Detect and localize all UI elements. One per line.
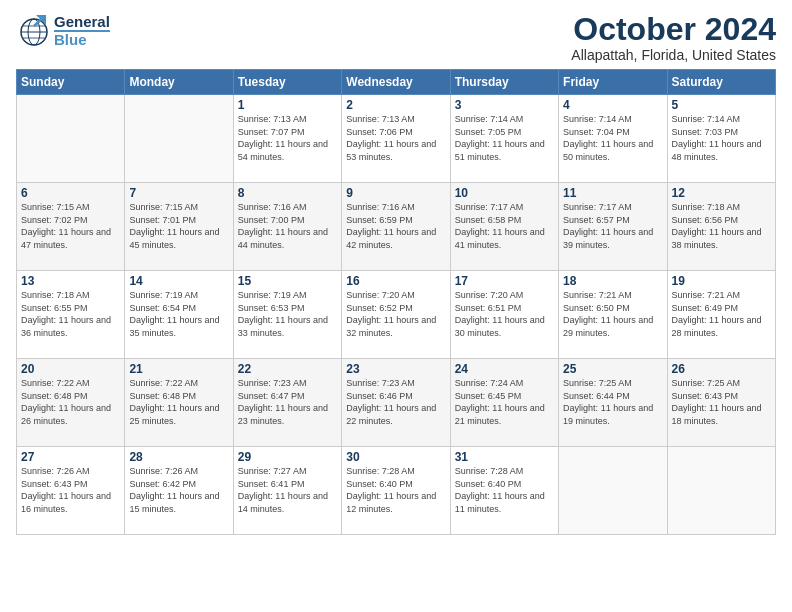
day-number: 8	[238, 186, 337, 200]
day-cell: 18Sunrise: 7:21 AMSunset: 6:50 PMDayligh…	[559, 271, 667, 359]
day-cell: 10Sunrise: 7:17 AMSunset: 6:58 PMDayligh…	[450, 183, 558, 271]
day-cell: 5Sunrise: 7:14 AMSunset: 7:03 PMDaylight…	[667, 95, 775, 183]
logo-text: General Blue	[54, 14, 110, 47]
day-info: Sunrise: 7:23 AMSunset: 6:46 PMDaylight:…	[346, 377, 445, 427]
day-info: Sunrise: 7:16 AMSunset: 6:59 PMDaylight:…	[346, 201, 445, 251]
calendar-header: SundayMondayTuesdayWednesdayThursdayFrid…	[17, 70, 776, 95]
day-cell: 25Sunrise: 7:25 AMSunset: 6:44 PMDayligh…	[559, 359, 667, 447]
day-cell: 1Sunrise: 7:13 AMSunset: 7:07 PMDaylight…	[233, 95, 341, 183]
day-cell: 8Sunrise: 7:16 AMSunset: 7:00 PMDaylight…	[233, 183, 341, 271]
day-cell	[667, 447, 775, 535]
day-cell: 29Sunrise: 7:27 AMSunset: 6:41 PMDayligh…	[233, 447, 341, 535]
day-number: 19	[672, 274, 771, 288]
day-info: Sunrise: 7:25 AMSunset: 6:43 PMDaylight:…	[672, 377, 771, 427]
day-info: Sunrise: 7:25 AMSunset: 6:44 PMDaylight:…	[563, 377, 662, 427]
calendar-body: 1Sunrise: 7:13 AMSunset: 7:07 PMDaylight…	[17, 95, 776, 535]
day-number: 13	[21, 274, 120, 288]
day-number: 12	[672, 186, 771, 200]
day-info: Sunrise: 7:24 AMSunset: 6:45 PMDaylight:…	[455, 377, 554, 427]
day-number: 3	[455, 98, 554, 112]
day-info: Sunrise: 7:22 AMSunset: 6:48 PMDaylight:…	[21, 377, 120, 427]
header: General Blue October 2024 Allapattah, Fl…	[16, 12, 776, 63]
logo-general: General	[54, 14, 110, 29]
header-cell-saturday: Saturday	[667, 70, 775, 95]
day-cell: 31Sunrise: 7:28 AMSunset: 6:40 PMDayligh…	[450, 447, 558, 535]
calendar-table: SundayMondayTuesdayWednesdayThursdayFrid…	[16, 69, 776, 535]
day-info: Sunrise: 7:21 AMSunset: 6:49 PMDaylight:…	[672, 289, 771, 339]
day-cell: 27Sunrise: 7:26 AMSunset: 6:43 PMDayligh…	[17, 447, 125, 535]
week-row-4: 20Sunrise: 7:22 AMSunset: 6:48 PMDayligh…	[17, 359, 776, 447]
day-cell: 24Sunrise: 7:24 AMSunset: 6:45 PMDayligh…	[450, 359, 558, 447]
logo: General Blue	[16, 12, 110, 48]
header-cell-monday: Monday	[125, 70, 233, 95]
day-info: Sunrise: 7:14 AMSunset: 7:05 PMDaylight:…	[455, 113, 554, 163]
day-info: Sunrise: 7:28 AMSunset: 6:40 PMDaylight:…	[346, 465, 445, 515]
logo-blue: Blue	[54, 32, 110, 47]
header-cell-wednesday: Wednesday	[342, 70, 450, 95]
title-block: October 2024 Allapattah, Florida, United…	[571, 12, 776, 63]
day-number: 20	[21, 362, 120, 376]
day-cell	[17, 95, 125, 183]
day-info: Sunrise: 7:18 AMSunset: 6:55 PMDaylight:…	[21, 289, 120, 339]
day-info: Sunrise: 7:27 AMSunset: 6:41 PMDaylight:…	[238, 465, 337, 515]
day-info: Sunrise: 7:26 AMSunset: 6:42 PMDaylight:…	[129, 465, 228, 515]
day-info: Sunrise: 7:20 AMSunset: 6:51 PMDaylight:…	[455, 289, 554, 339]
day-cell: 7Sunrise: 7:15 AMSunset: 7:01 PMDaylight…	[125, 183, 233, 271]
day-info: Sunrise: 7:19 AMSunset: 6:54 PMDaylight:…	[129, 289, 228, 339]
day-info: Sunrise: 7:14 AMSunset: 7:03 PMDaylight:…	[672, 113, 771, 163]
day-number: 15	[238, 274, 337, 288]
day-cell: 4Sunrise: 7:14 AMSunset: 7:04 PMDaylight…	[559, 95, 667, 183]
day-info: Sunrise: 7:13 AMSunset: 7:07 PMDaylight:…	[238, 113, 337, 163]
day-number: 16	[346, 274, 445, 288]
day-info: Sunrise: 7:28 AMSunset: 6:40 PMDaylight:…	[455, 465, 554, 515]
day-cell: 6Sunrise: 7:15 AMSunset: 7:02 PMDaylight…	[17, 183, 125, 271]
day-cell: 9Sunrise: 7:16 AMSunset: 6:59 PMDaylight…	[342, 183, 450, 271]
day-cell: 22Sunrise: 7:23 AMSunset: 6:47 PMDayligh…	[233, 359, 341, 447]
day-number: 9	[346, 186, 445, 200]
day-number: 5	[672, 98, 771, 112]
day-cell: 13Sunrise: 7:18 AMSunset: 6:55 PMDayligh…	[17, 271, 125, 359]
day-number: 7	[129, 186, 228, 200]
day-info: Sunrise: 7:15 AMSunset: 7:02 PMDaylight:…	[21, 201, 120, 251]
day-number: 21	[129, 362, 228, 376]
day-info: Sunrise: 7:16 AMSunset: 7:00 PMDaylight:…	[238, 201, 337, 251]
page: General Blue October 2024 Allapattah, Fl…	[0, 0, 792, 612]
day-cell: 23Sunrise: 7:23 AMSunset: 6:46 PMDayligh…	[342, 359, 450, 447]
day-number: 22	[238, 362, 337, 376]
day-info: Sunrise: 7:21 AMSunset: 6:50 PMDaylight:…	[563, 289, 662, 339]
day-info: Sunrise: 7:17 AMSunset: 6:58 PMDaylight:…	[455, 201, 554, 251]
day-number: 11	[563, 186, 662, 200]
header-cell-tuesday: Tuesday	[233, 70, 341, 95]
day-number: 27	[21, 450, 120, 464]
week-row-2: 6Sunrise: 7:15 AMSunset: 7:02 PMDaylight…	[17, 183, 776, 271]
location: Allapattah, Florida, United States	[571, 47, 776, 63]
header-row: SundayMondayTuesdayWednesdayThursdayFrid…	[17, 70, 776, 95]
day-number: 26	[672, 362, 771, 376]
day-number: 30	[346, 450, 445, 464]
day-number: 10	[455, 186, 554, 200]
day-number: 25	[563, 362, 662, 376]
logo-icon	[16, 12, 52, 48]
day-info: Sunrise: 7:18 AMSunset: 6:56 PMDaylight:…	[672, 201, 771, 251]
day-number: 28	[129, 450, 228, 464]
day-info: Sunrise: 7:14 AMSunset: 7:04 PMDaylight:…	[563, 113, 662, 163]
day-number: 17	[455, 274, 554, 288]
day-cell: 20Sunrise: 7:22 AMSunset: 6:48 PMDayligh…	[17, 359, 125, 447]
day-info: Sunrise: 7:15 AMSunset: 7:01 PMDaylight:…	[129, 201, 228, 251]
day-number: 4	[563, 98, 662, 112]
week-row-1: 1Sunrise: 7:13 AMSunset: 7:07 PMDaylight…	[17, 95, 776, 183]
day-cell: 15Sunrise: 7:19 AMSunset: 6:53 PMDayligh…	[233, 271, 341, 359]
day-cell: 26Sunrise: 7:25 AMSunset: 6:43 PMDayligh…	[667, 359, 775, 447]
day-number: 18	[563, 274, 662, 288]
day-cell: 21Sunrise: 7:22 AMSunset: 6:48 PMDayligh…	[125, 359, 233, 447]
day-number: 14	[129, 274, 228, 288]
day-cell: 3Sunrise: 7:14 AMSunset: 7:05 PMDaylight…	[450, 95, 558, 183]
day-cell: 16Sunrise: 7:20 AMSunset: 6:52 PMDayligh…	[342, 271, 450, 359]
header-cell-thursday: Thursday	[450, 70, 558, 95]
day-cell: 30Sunrise: 7:28 AMSunset: 6:40 PMDayligh…	[342, 447, 450, 535]
header-cell-sunday: Sunday	[17, 70, 125, 95]
day-cell: 19Sunrise: 7:21 AMSunset: 6:49 PMDayligh…	[667, 271, 775, 359]
day-info: Sunrise: 7:17 AMSunset: 6:57 PMDaylight:…	[563, 201, 662, 251]
day-info: Sunrise: 7:20 AMSunset: 6:52 PMDaylight:…	[346, 289, 445, 339]
day-cell: 28Sunrise: 7:26 AMSunset: 6:42 PMDayligh…	[125, 447, 233, 535]
